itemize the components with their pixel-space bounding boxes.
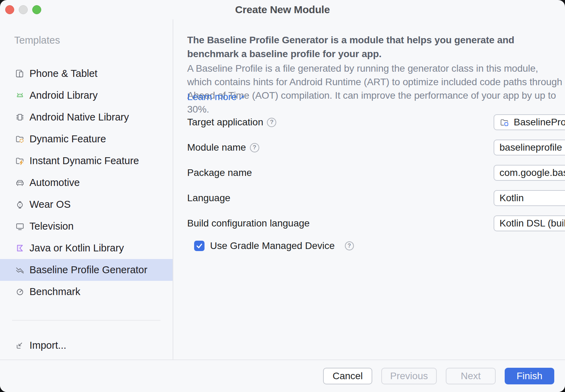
sidebar-item-label: Dynamic Feature xyxy=(29,133,106,145)
module-name-input[interactable] xyxy=(499,142,565,153)
automotive-icon xyxy=(15,178,25,187)
android-native-library-icon xyxy=(15,113,25,122)
zoom-button[interactable] xyxy=(32,5,41,14)
kotlin-library-icon xyxy=(15,243,25,253)
sidebar-item-label: Phone & Tablet xyxy=(29,68,97,79)
sidebar-item-phone-tablet[interactable]: Phone & Tablet xyxy=(0,63,173,84)
sidebar-item-label: Benchmark xyxy=(29,286,80,297)
sidebar-item-label: Import... xyxy=(29,340,66,351)
minimize-button[interactable] xyxy=(19,5,28,14)
sidebar-item-import[interactable]: Import... xyxy=(0,335,173,356)
sidebar-item-label: Automotive xyxy=(29,177,80,188)
phone-tablet-icon xyxy=(15,69,25,78)
create-new-module-dialog: Create New Module Templates Phone & Tabl… xyxy=(0,0,565,392)
android-library-icon xyxy=(15,91,25,100)
instant-dynamic-feature-icon xyxy=(15,156,25,166)
wear-os-icon xyxy=(15,200,25,209)
sidebar-item-java-kotlin-library[interactable]: Java or Kotlin Library xyxy=(0,237,173,259)
build-config-language-row: Build configuration language Kotlin DSL … xyxy=(187,215,555,231)
sidebar-item-television[interactable]: Television xyxy=(0,215,173,237)
package-name-input[interactable] xyxy=(499,167,565,178)
language-value: Kotlin xyxy=(499,193,524,204)
target-application-dropdown[interactable]: BaselineProfilesCodelab.app xyxy=(494,114,565,130)
field-label: Module name xyxy=(187,142,246,153)
build-config-label-group: Build configuration language xyxy=(187,215,310,231)
module-name-label-group: Module name ? xyxy=(187,140,259,155)
sidebar-item-label: Baseline Profile Generator xyxy=(29,264,147,276)
finish-button[interactable]: Finish xyxy=(505,368,554,384)
learn-more-link[interactable]: Learn more↗ xyxy=(187,91,245,103)
sidebar-item-label: Java or Kotlin Library xyxy=(29,242,124,254)
television-icon xyxy=(15,222,25,231)
next-button[interactable]: Next xyxy=(446,368,496,384)
dynamic-feature-icon xyxy=(15,134,25,144)
sidebar-item-label: Television xyxy=(29,221,73,232)
dialog-title: Create New Module xyxy=(0,0,565,19)
learn-more-label: Learn more xyxy=(187,91,237,102)
build-config-language-dropdown[interactable]: Kotlin DSL (build.gradle.kts) [Recommend… xyxy=(494,215,565,231)
window-controls xyxy=(5,5,41,14)
title-bar: Create New Module xyxy=(0,0,565,19)
use-gradle-managed-device-checkbox[interactable] xyxy=(194,241,205,251)
sidebar-item-label: Android Library xyxy=(29,90,98,101)
package-name-row: Package name xyxy=(187,165,555,181)
package-name-field-wrap xyxy=(494,165,565,181)
field-label: Package name xyxy=(187,167,252,178)
target-application-row: Target application ? BaselineProfilesCod… xyxy=(187,114,555,130)
sidebar-item-baseline-profile-generator[interactable]: Baseline Profile Generator xyxy=(0,259,173,281)
gradle-managed-device-row: Use Gradle Managed Device ? xyxy=(194,240,354,251)
module-description-text: A Baseline Profile is a file generated b… xyxy=(187,62,563,116)
sidebar-item-label: Android Native Library xyxy=(29,112,129,123)
package-name-label-group: Package name xyxy=(187,165,252,181)
language-dropdown[interactable]: Kotlin xyxy=(494,190,565,206)
target-application-label-group: Target application ? xyxy=(187,114,276,130)
sidebar-item-benchmark[interactable]: Benchmark xyxy=(0,281,173,303)
module-config-panel: The Baseline Profile Generator is a modu… xyxy=(174,19,565,359)
sidebar-item-instant-dynamic-feature[interactable]: Instant Dynamic Feature xyxy=(0,150,173,172)
help-icon[interactable]: ? xyxy=(267,118,276,127)
checkbox-label: Use Gradle Managed Device xyxy=(210,240,335,251)
sidebar-item-wear-os[interactable]: Wear OS xyxy=(0,194,173,215)
field-label: Language xyxy=(187,193,231,204)
language-label-group: Language xyxy=(187,190,231,206)
help-icon[interactable]: ? xyxy=(345,241,354,250)
field-label: Build configuration language xyxy=(187,218,310,229)
cancel-button[interactable]: Cancel xyxy=(323,368,372,384)
templates-section-label: Templates xyxy=(14,35,60,46)
sidebar-item-android-library[interactable]: Android Library xyxy=(0,84,173,106)
template-list: Phone & Tablet Android Library xyxy=(0,63,173,303)
module-intro-text: The Baseline Profile Generator is a modu… xyxy=(187,33,551,61)
sidebar-item-label: Instant Dynamic Feature xyxy=(29,155,139,167)
sidebar-item-android-native-library[interactable]: Android Native Library xyxy=(0,106,173,128)
language-row: Language Kotlin xyxy=(187,190,555,206)
external-link-icon: ↗ xyxy=(238,93,244,102)
close-button[interactable] xyxy=(5,5,14,14)
checkmark-icon xyxy=(195,242,203,250)
sidebar-item-dynamic-feature[interactable]: Dynamic Feature xyxy=(0,128,173,150)
field-label: Target application xyxy=(187,117,263,128)
module-name-row: Module name ? xyxy=(187,140,555,155)
benchmark-icon xyxy=(15,287,25,296)
target-application-value: BaselineProfilesCodelab.app xyxy=(514,117,565,128)
dialog-footer: Cancel Previous Next Finish xyxy=(0,359,565,392)
help-icon[interactable]: ? xyxy=(250,143,259,152)
module-folder-icon xyxy=(499,118,510,127)
import-icon xyxy=(15,341,25,350)
previous-button[interactable]: Previous xyxy=(381,368,437,384)
build-config-language-value: Kotlin DSL (build.gradle.kts) [Recommend… xyxy=(499,218,565,229)
sidebar-item-automotive[interactable]: Automotive xyxy=(0,172,173,194)
module-name-field-wrap xyxy=(494,140,565,155)
sidebar-divider xyxy=(12,320,160,321)
sidebar-item-label: Wear OS xyxy=(29,199,71,210)
templates-sidebar: Templates Phone & Tablet Androi xyxy=(0,19,173,359)
baseline-profile-icon xyxy=(15,265,25,275)
